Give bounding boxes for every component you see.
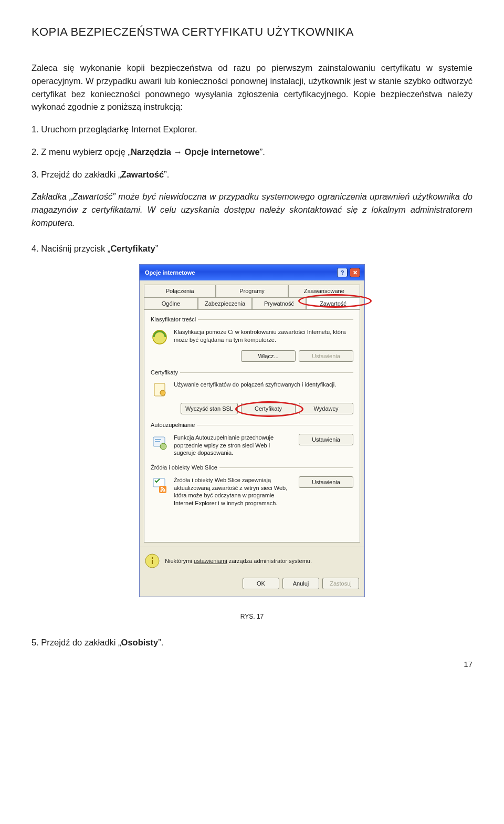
svg-point-6 (160, 443, 166, 450)
tab-zawartosc-label: Zawartość (320, 300, 346, 307)
tab-zabezpieczenia[interactable]: Zabezpieczenia (198, 297, 252, 310)
step-4-suffix: ” (155, 244, 159, 253)
step-5-bold: Osobisty (121, 638, 159, 647)
content-advisor-icon (151, 328, 169, 346)
step-1: 1. Uruchom przeglądarkę Internet Explore… (32, 123, 472, 136)
intro-paragraph: Zaleca się wykonanie kopii bezpieczeństw… (32, 61, 472, 113)
svg-rect-4 (155, 439, 161, 440)
section-certificates: Certyfikaty Używanie certyfikatów do poł… (151, 368, 353, 415)
step-2-bold: Narzędzia → Opcje internetowe (131, 147, 260, 157)
certificates-button[interactable]: Certyfikaty (241, 403, 296, 414)
admin-info-bar: Niektórymi ustawieniami zarządza adminis… (140, 547, 364, 573)
step-3-suffix: ”. (164, 170, 169, 179)
autocomplete-text: Funkcja Autouzupełnianie przechowuje pop… (174, 434, 293, 457)
section-feeds: Źródła i obiekty Web Slice Źródła i obie… (151, 463, 353, 507)
content-settings-button[interactable]: Ustawienia (299, 350, 353, 362)
legend-content-advisor: Klasyfikator treści (151, 315, 198, 324)
step-4-prefix: 4. Naciśnij przycisk „ (32, 244, 110, 253)
internet-options-dialog: Opcje internetowe ? ✕ Połączenia Program… (139, 264, 365, 597)
enable-button[interactable]: Włącz... (241, 350, 296, 362)
feeds-icon (151, 476, 169, 494)
certificates-text: Używanie certyfikatów do połączeń szyfro… (174, 381, 353, 389)
tab-prywatnosc[interactable]: Prywatność (252, 297, 306, 310)
settings-link[interactable]: ustawieniami (194, 558, 227, 564)
step-5-suffix: ”. (158, 638, 163, 647)
clear-ssl-button[interactable]: Wyczyść stan SSL (181, 403, 238, 414)
tab-zawartosc[interactable]: Zawartość (306, 297, 360, 310)
close-button[interactable]: ✕ (350, 268, 360, 277)
help-button[interactable]: ? (337, 268, 348, 277)
figure-caption: RYS. 17 (32, 612, 472, 621)
step-3-prefix: 3. Przejdź do zakładki „ (32, 170, 121, 179)
section-content-advisor: Klasyfikator treści Klasyfikacja pomoże … (151, 315, 353, 362)
apply-button[interactable]: Zastosuj (322, 578, 359, 589)
page-number: 17 (32, 659, 472, 671)
step-3-bold: Zawartość (121, 170, 164, 179)
legend-feeds: Źródła i obiekty Web Slice (151, 463, 219, 472)
tab-zaawansowane[interactable]: Zaawansowane (288, 285, 360, 297)
svg-rect-12 (152, 557, 153, 559)
ok-button[interactable]: OK (243, 578, 279, 589)
legend-certificates: Certyfikaty (151, 368, 180, 377)
content-advisor-text: Klasyfikacja pomoże Ci w kontrolowaniu z… (174, 328, 353, 344)
info-icon (145, 554, 160, 568)
svg-point-2 (160, 390, 165, 395)
autocomplete-settings-button[interactable]: Ustawienia (299, 434, 353, 445)
step-2: 2. Z menu wybierz opcję „Narzędzia → Opc… (32, 145, 472, 159)
svg-rect-5 (155, 441, 160, 442)
admin-info-text: Niektórymi ustawieniami zarządza adminis… (165, 557, 359, 565)
svg-point-0 (153, 330, 166, 344)
feeds-settings-button[interactable]: Ustawienia (299, 476, 353, 488)
autocomplete-icon (151, 434, 169, 452)
publishers-button[interactable]: Wydawcy (299, 403, 353, 414)
tab-polaczenia[interactable]: Połączenia (144, 285, 216, 297)
feeds-text: Źródła i obiekty Web Slice zapewniają ak… (174, 476, 293, 507)
page-title: KOPIA BEZPIECZEŃSTWA CERTYFIKATU UŻYTKOW… (32, 23, 472, 40)
step-4: 4. Naciśnij przycisk „Certyfikaty” (32, 242, 472, 255)
section-autocomplete: Autouzupełnianie Funkcja Autouzupełniani… (151, 421, 353, 457)
certificates-button-label: Certyfikaty (255, 404, 282, 413)
step-4-bold: Certyfikaty (110, 244, 155, 253)
step-5: 5. Przejdź do zakładki „Osobisty”. (32, 636, 472, 649)
step-2-suffix: ”. (260, 147, 265, 157)
step-2-prefix: 2. Z menu wybierz opcję „ (32, 147, 131, 157)
tab-ogolne[interactable]: Ogólne (144, 297, 198, 310)
certificate-icon (151, 381, 169, 399)
italic-note: Zakładka „Zawartość” może być niewidoczn… (32, 190, 472, 229)
svg-point-9 (160, 490, 162, 492)
titlebar: Opcje internetowe ? ✕ (140, 265, 364, 280)
cancel-button[interactable]: Anuluj (282, 578, 319, 589)
step-3: 3. Przejdź do zakładki „Zawartość”. (32, 168, 472, 181)
step-5-prefix: 5. Przejdź do zakładki „ (32, 638, 121, 647)
tab-programy[interactable]: Programy (216, 285, 288, 297)
legend-autocomplete: Autouzupełnianie (151, 421, 197, 430)
svg-rect-11 (152, 560, 153, 564)
dialog-title: Opcje internetowe (145, 268, 195, 277)
